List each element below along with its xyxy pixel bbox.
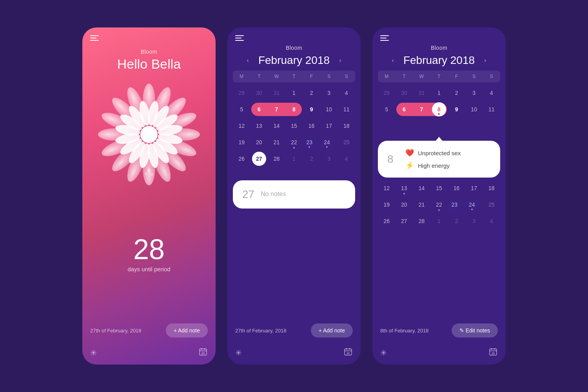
cal-day-25[interactable]: 25	[338, 135, 355, 150]
cal-day-8[interactable]: 8	[285, 102, 303, 117]
cal3-2[interactable]: 2	[448, 85, 465, 100]
cal-day-1mar[interactable]: 1	[285, 151, 303, 166]
cal3b-20[interactable]: 20	[396, 197, 413, 212]
cal-day-26[interactable]: 26	[233, 151, 250, 166]
cal-day-15[interactable]: 15	[285, 118, 303, 133]
edit-notes-button[interactable]: ✎ Edit notes	[452, 323, 498, 338]
cal3-10[interactable]: 10	[465, 102, 483, 117]
cal-day-14[interactable]: 14	[268, 118, 285, 133]
menu-button-3[interactable]	[380, 35, 389, 41]
cal-day-10[interactable]: 10	[320, 102, 338, 117]
home-icon-1[interactable]: ✳	[90, 348, 97, 358]
cal3b-16[interactable]: 16	[448, 181, 465, 196]
cal3-1[interactable]: 1	[430, 85, 448, 100]
cal-day-4mar[interactable]: 4	[338, 151, 355, 166]
cal-day-21[interactable]: 21	[268, 135, 285, 150]
cal3-4[interactable]: 4	[483, 85, 500, 100]
week-3: 12 13 14 15 16 17 18	[233, 118, 355, 133]
cal3b-22[interactable]: 22	[430, 197, 448, 212]
cal3b-26[interactable]: 26	[378, 214, 396, 229]
cal3-30[interactable]: 30	[396, 85, 413, 100]
cal-day-17[interactable]: 17	[320, 118, 338, 133]
calendar-icon-1[interactable]: 25	[198, 347, 208, 358]
calendar-header-3: Bloom ‹ February 2018 ›	[372, 45, 506, 71]
bottom-nav-2: ✳ 25	[227, 343, 361, 365]
cal3b-13[interactable]: 13	[396, 181, 413, 196]
svg-point-35	[145, 172, 147, 175]
cal-day-3mar[interactable]: 3	[320, 151, 338, 166]
cal-day-28[interactable]: 28	[268, 151, 285, 166]
cal3b-14[interactable]: 14	[413, 181, 430, 196]
calendar-icon-3[interactable]: 25	[488, 347, 498, 358]
cal3b-28[interactable]: 28	[413, 214, 430, 229]
cal3b-1mar[interactable]: 1	[430, 214, 448, 229]
add-note-button-2[interactable]: + Add note	[311, 323, 353, 338]
next-month-2[interactable]: ›	[336, 55, 344, 65]
cal3b-25[interactable]: 25	[483, 197, 500, 212]
cal3b-27[interactable]: 27	[396, 214, 413, 229]
cal-day-3[interactable]: 3	[320, 85, 338, 100]
cal-day-20[interactable]: 20	[250, 135, 268, 150]
energy-icon: ⚡	[405, 161, 414, 170]
cal-day-27-wrapper[interactable]: 27	[250, 152, 268, 166]
cal-day-2[interactable]: 2	[303, 85, 320, 100]
cal3b-4mar[interactable]: 4	[483, 214, 500, 229]
cal-day-6[interactable]: 6	[250, 102, 268, 117]
cal-day-9[interactable]: 9	[303, 102, 320, 117]
cal3b-17[interactable]: 17	[465, 181, 483, 196]
footer-1: 27th of February, 2018 + Add note	[82, 318, 216, 343]
cal3b-23[interactable]: 23	[448, 198, 461, 211]
cal3-31[interactable]: 31	[413, 85, 430, 100]
cal3b-2mar[interactable]: 2	[448, 214, 465, 229]
cal3-7[interactable]: 7	[413, 102, 430, 117]
cal-day-2mar[interactable]: 2	[303, 151, 320, 166]
cal-day-31jan[interactable]: 31	[268, 85, 285, 100]
day-header-w: W	[268, 74, 285, 79]
cal-day-5[interactable]: 5	[233, 102, 250, 117]
cal-day-4[interactable]: 4	[338, 85, 355, 100]
cal3-5[interactable]: 5	[378, 102, 396, 117]
cal-day-30jan[interactable]: 30	[250, 85, 268, 100]
flower-illustration	[98, 83, 200, 185]
cal3-8-wrapper[interactable]: 8	[430, 102, 448, 116]
cal-day-22[interactable]: 22	[285, 135, 303, 150]
menu-button-1[interactable]	[90, 35, 99, 41]
calendar-icon-2[interactable]: 25	[343, 347, 353, 358]
cal-day-18[interactable]: 18	[338, 118, 355, 133]
cal-day-29jan[interactable]: 29	[233, 85, 250, 100]
cal3b-18[interactable]: 18	[483, 181, 500, 196]
cal3b-12[interactable]: 12	[378, 181, 396, 196]
menu-button-2[interactable]	[235, 35, 244, 41]
add-note-button-1[interactable]: + Add note	[166, 323, 208, 338]
cal-day-19[interactable]: 19	[233, 135, 250, 150]
cal3-3[interactable]: 3	[465, 85, 483, 100]
cal3-8-selected[interactable]: 8	[432, 102, 446, 116]
svg-text:25: 25	[347, 352, 350, 355]
next-month-3[interactable]: ›	[481, 55, 489, 65]
home-icon-2[interactable]: ✳	[235, 348, 242, 358]
cal-day-24[interactable]: 24	[320, 136, 334, 149]
cal3b-3mar[interactable]: 3	[465, 214, 483, 229]
cal3b-19[interactable]: 19	[378, 197, 396, 212]
cal3b-15[interactable]: 15	[430, 181, 448, 196]
cal-day-1[interactable]: 1	[285, 85, 303, 100]
cal-day-16[interactable]: 16	[303, 118, 320, 133]
cal-day-7[interactable]: 7	[268, 102, 285, 117]
footer-2: 27th of February, 2018 + Add note	[227, 318, 361, 343]
prev-month-3[interactable]: ‹	[389, 55, 397, 65]
cal3-29[interactable]: 29	[378, 85, 396, 100]
home-icon-3[interactable]: ✳	[380, 348, 387, 358]
cal-day-12[interactable]: 12	[233, 118, 250, 133]
cal3-11[interactable]: 11	[483, 102, 500, 117]
prev-month-2[interactable]: ‹	[244, 55, 252, 65]
cal-day-11[interactable]: 11	[338, 102, 355, 117]
cal3-6[interactable]: 6	[396, 102, 413, 117]
calendar-header-2: Bloom ‹ February 2018 ›	[227, 45, 361, 71]
cal3b-24[interactable]: 24	[465, 198, 479, 211]
cal3-9[interactable]: 9	[448, 102, 465, 117]
cal-day-27-selected[interactable]: 27	[252, 152, 266, 166]
cal3b-21[interactable]: 21	[413, 197, 430, 212]
month-nav-3: ‹ February 2018 ›	[389, 54, 490, 67]
cal-day-23[interactable]: 23	[303, 136, 316, 149]
cal-day-13[interactable]: 13	[250, 118, 268, 133]
